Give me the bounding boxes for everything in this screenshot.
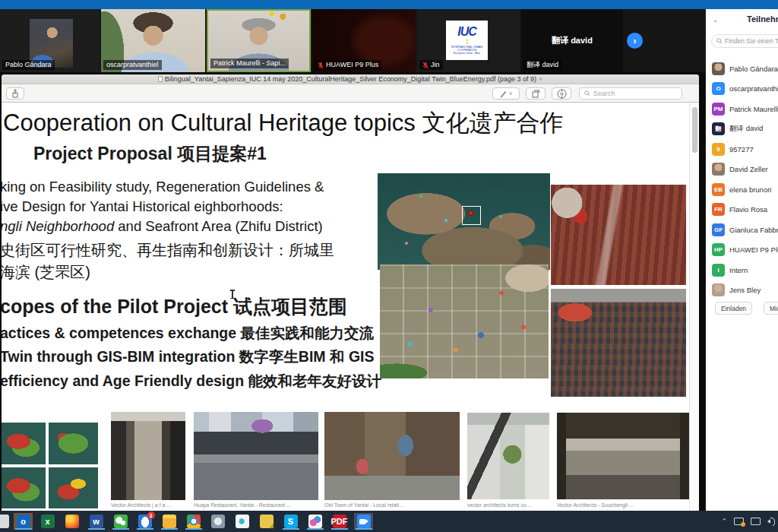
participant-row[interactable]: David Zeller — [712, 160, 778, 179]
satellite-detail-south — [551, 289, 686, 397]
highlight-pen-button[interactable]: ∨ — [492, 87, 520, 100]
share-button[interactable] — [6, 87, 24, 100]
participant-row[interactable]: FRFlavio Rosa — [712, 201, 778, 219]
title-chevron-icon[interactable]: ∨ — [539, 76, 542, 82]
aerial-neighborhood-map — [380, 264, 549, 378]
taskbar-icon-skype[interactable]: S — [281, 513, 300, 530]
taskbar-icon-sticky-notes[interactable] — [257, 513, 276, 530]
tray-volume-icon[interactable] — [767, 517, 775, 526]
system-tray: ⌃ — [721, 511, 775, 532]
slide-body-line: ive Design for Yantai Historical eighbor… — [2, 198, 283, 215]
participant-initials-avatar: EB — [712, 183, 725, 196]
shared-screen: Bilingual_Yantai_Sapienza_IUC 14 may 202… — [0, 72, 705, 511]
participant-row[interactable]: GFGianluca Fabbri — [712, 220, 778, 239]
participant-initials-avatar: GF — [712, 223, 725, 236]
screen-share-top-bar — [0, 0, 778, 9]
rotate-button[interactable] — [526, 87, 546, 100]
sticky-notes-icon — [260, 515, 274, 528]
video-tile-1[interactable]: Pablo Gándara — [0, 9, 100, 72]
markup-toolbar-button[interactable] — [552, 87, 571, 100]
participant-photo-avatar — [712, 62, 725, 75]
taskbar-icon-qq[interactable]: 3 — [135, 513, 154, 530]
photo-modern-courtyard — [467, 413, 549, 499]
participants-panel: ⌄ Teilnehmer Finden Sie einen Teiln Pabl… — [705, 9, 778, 511]
map-marker — [405, 242, 408, 245]
pen-icon — [499, 90, 507, 98]
slide-body-line: 海滨 (芝罘区) — [2, 262, 90, 283]
participant-initials-avatar: HP — [712, 243, 725, 256]
taskbar-icon-excel[interactable]: x — [38, 513, 57, 530]
participant-name: oscarpratvanthiel — [729, 84, 778, 93]
participant-row[interactable]: Jens Bley — [712, 281, 778, 299]
participant-row[interactable]: 翻翻译 david — [712, 120, 778, 138]
photo-caption: Vector Architects - Suochengli ... — [557, 502, 634, 508]
video-tile-3[interactable]: Patrick Maurelli - Sapi... — [207, 9, 311, 72]
running-indicator — [331, 528, 348, 530]
video-tile-4[interactable]: HUAWEI P9 Plus — [312, 9, 416, 72]
invite-button[interactable]: Einladen — [715, 302, 752, 315]
mute-me-button[interactable]: Mich — [764, 302, 778, 315]
participant-photo-avatar — [712, 283, 725, 296]
participant-row[interactable]: IIntern — [712, 261, 778, 279]
zoom-meeting-screen: Pablo GándaraoscarpratvanthielPatrick Ma… — [0, 0, 778, 532]
photo-old-town — [324, 412, 460, 500]
taskbar-icon-edge[interactable] — [232, 513, 251, 530]
participant-row[interactable]: 9957277 — [712, 140, 778, 158]
photo-caption: Vector Architects | a f a ... — [111, 502, 171, 508]
video-tile-name-label: Jin — [419, 60, 443, 70]
taskbar-icon-photos[interactable] — [208, 513, 227, 530]
taskbar-icon-outlook[interactable]: o — [14, 513, 33, 530]
video-strip: Pablo GándaraoscarpratvanthielPatrick Ma… — [0, 9, 705, 72]
participant-initials-avatar: 9 — [712, 143, 725, 156]
taskbar-icon-wechat[interactable] — [111, 513, 130, 530]
taskbar-icon-partial-app[interactable] — [0, 513, 11, 530]
slide-bullet: efficiency and Age Friendly design 能效和老年… — [2, 371, 381, 391]
taskbar-icon-file-explorer[interactable] — [160, 513, 179, 530]
taskbar-icon-firefox[interactable] — [62, 513, 81, 530]
search-placeholder: Search — [593, 90, 615, 97]
participant-row[interactable]: Pablo Gándara — [712, 59, 778, 78]
slide-body-line: ngli Neighborhood and Seafront Area (Zhi… — [2, 218, 323, 235]
participant-initials-avatar: 翻 — [712, 122, 725, 135]
slide-page: Cooperation on Cultural Heritage topics … — [2, 103, 689, 511]
participant-row[interactable]: Ooscarpratvanthiel — [712, 80, 778, 98]
participant-search-input[interactable]: Finden Sie einen Teiln — [711, 34, 778, 48]
participant-row[interactable]: EBelena brunori — [712, 180, 778, 198]
word-icon: w — [90, 515, 103, 528]
photo-caption: vector architects turns co ... — [467, 502, 533, 508]
taskbar-icon-paint-3d[interactable] — [305, 513, 324, 530]
taskbar-icon-pdf-reader[interactable]: PDF — [330, 513, 349, 530]
participant-row[interactable]: HPHUAWEI P9 Plus — [712, 241, 778, 259]
pdf-window-title-bar[interactable]: Bilingual_Yantai_Sapienza_IUC 14 may 202… — [2, 74, 699, 84]
taskbar-icon-chrome[interactable] — [184, 513, 203, 530]
next-participants-button[interactable]: › — [627, 33, 643, 49]
pdf-search-input[interactable]: Search — [579, 87, 682, 100]
tray-network-icon[interactable] — [751, 518, 761, 525]
slide-subtitle: Project Proposal 项目提案#1 — [33, 142, 267, 166]
pdf-scrollbar[interactable] — [689, 103, 699, 511]
photo-caption: Huaya Restaurant, Yantai - Restaurant ..… — [194, 502, 291, 508]
pdf-preview-window: Bilingual_Yantai_Sapienza_IUC 14 may 202… — [2, 74, 699, 511]
collapse-chevron-icon[interactable]: ⌄ — [713, 16, 719, 24]
partial-app-icon — [0, 515, 9, 528]
participant-name: Patrick Maurelli — [729, 105, 778, 113]
participant-row[interactable]: PMPatrick Maurelli — [712, 100, 778, 118]
photo-suochengli-pavilion — [557, 413, 689, 499]
participant-name: 翻译 david — [729, 124, 763, 134]
participant-name: elena brunori — [729, 185, 771, 194]
taskbar-icon-word[interactable]: w — [87, 513, 106, 530]
participant-name: HUAWEI P9 Plus — [729, 245, 778, 254]
taskbar-icon-zoom[interactable] — [354, 513, 373, 530]
pen-chevron-icon[interactable]: ∨ — [508, 90, 512, 97]
video-tile-5[interactable]: IUC●●INTERNATIONAL URBAN COOPERATIONEuro… — [417, 9, 520, 72]
tray-expand-chevron-icon[interactable]: ⌃ — [721, 518, 727, 525]
windows-taskbar: ⌃ oxw3SPDF — [0, 511, 778, 532]
participant-name: 957277 — [729, 145, 754, 154]
tray-app-notification-icon[interactable] — [734, 518, 744, 525]
photos-icon — [211, 515, 225, 528]
video-tile-6[interactable]: 翻译 david翻译 david — [521, 9, 623, 72]
notification-badge: 3 — [147, 511, 155, 519]
video-tile-2[interactable]: oscarpratvanthiel — [101, 9, 205, 72]
running-indicator — [185, 528, 202, 530]
slide-title: Cooperation on Cultural Heritage topics … — [3, 107, 563, 139]
